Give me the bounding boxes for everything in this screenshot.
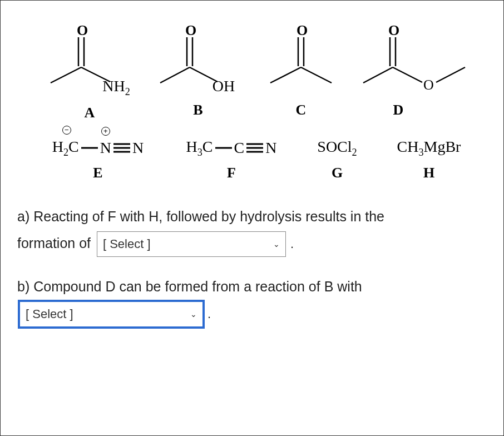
svg-text:O: O xyxy=(77,23,88,38)
select-b[interactable]: [ Select ] ⌄ xyxy=(19,301,203,327)
compound-h: CH3MgBr H xyxy=(384,138,473,182)
plus-charge-icon: + xyxy=(101,127,110,136)
svg-line-21 xyxy=(436,67,465,82)
structure-row-1: O NH2 A O OH B xyxy=(17,23,487,121)
select-a-placeholder: [ Select ] xyxy=(103,232,273,256)
question-b: b) Compound D can be formed from a react… xyxy=(17,274,487,327)
svg-text:O: O xyxy=(297,23,308,38)
compound-e: − H2C + N N E xyxy=(39,138,156,182)
nh2-label: NH2 xyxy=(102,77,130,98)
structure-row-2: − H2C + N N E H3C xyxy=(17,138,487,182)
single-bond-icon xyxy=(79,140,100,156)
svg-text:O: O xyxy=(423,77,434,93)
compound-c: O C xyxy=(256,23,345,118)
label-e: E xyxy=(93,165,102,181)
question-a-line1: a) Reacting of F with H, followed by hyd… xyxy=(17,209,384,224)
question-a-line2: formation of xyxy=(17,235,91,251)
label-c: C xyxy=(296,102,307,118)
svg-text:O: O xyxy=(185,23,196,38)
question-b-line1: b) Compound D can be formed from a react… xyxy=(17,279,362,294)
compound-g: SOCl2 G xyxy=(307,138,368,182)
period-b: . xyxy=(207,307,211,321)
svg-line-11 xyxy=(301,67,332,83)
svg-line-0 xyxy=(51,67,81,83)
structure-d-svg: O O xyxy=(357,23,473,106)
label-b: B xyxy=(193,102,202,118)
label-g: G xyxy=(332,165,343,181)
single-bond-icon xyxy=(213,140,234,156)
question-a: a) Reacting of F with H, followed by hyd… xyxy=(17,204,487,257)
compound-f: H3C C N F xyxy=(173,138,290,182)
label-f: F xyxy=(227,165,236,181)
ch3mgbr-formula: CH3MgBr xyxy=(397,138,461,158)
svg-line-15 xyxy=(363,67,393,83)
triple-bond-icon xyxy=(111,140,132,156)
triple-bond-icon xyxy=(244,140,265,156)
period-a: . xyxy=(290,237,294,251)
structure-c-svg: O xyxy=(259,23,343,106)
socl2-formula: SOCl2 xyxy=(317,138,357,158)
question-page: O NH2 A O OH B xyxy=(0,0,504,436)
label-a: A xyxy=(85,105,95,121)
select-b-placeholder: [ Select ] xyxy=(26,303,190,326)
oh-label: OH xyxy=(213,77,235,95)
svg-line-5 xyxy=(160,67,190,83)
svg-line-10 xyxy=(270,67,301,83)
compound-b: O OH B xyxy=(151,23,245,118)
label-h: H xyxy=(423,165,434,181)
minus-charge-icon: − xyxy=(62,126,71,135)
svg-line-16 xyxy=(393,67,422,82)
compound-d: O O D xyxy=(357,23,473,118)
chevron-down-icon: ⌄ xyxy=(190,307,197,322)
compound-a: O NH2 A xyxy=(39,23,140,121)
svg-text:O: O xyxy=(388,23,399,38)
chevron-down-icon: ⌄ xyxy=(273,237,280,252)
label-d: D xyxy=(393,102,404,118)
select-a[interactable]: [ Select ] ⌄ xyxy=(97,231,286,257)
